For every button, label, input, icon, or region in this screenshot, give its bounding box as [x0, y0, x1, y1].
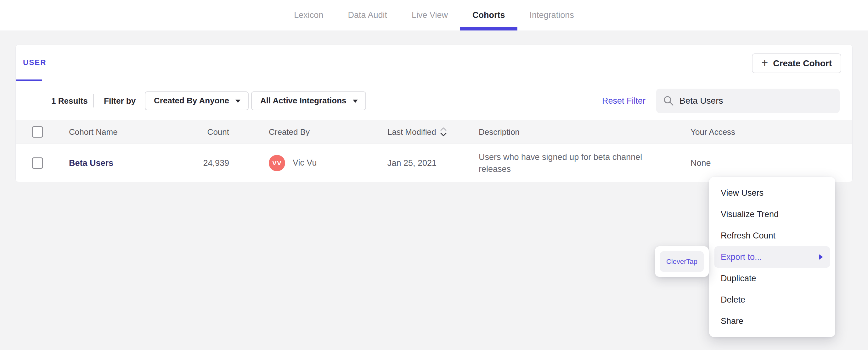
creator-name: Vic Vu — [293, 158, 317, 168]
table-header: Cohort Name Count Created By Last Modifi… — [16, 120, 852, 144]
top-navigation: Lexicon Data Audit Live View Cohorts Int… — [0, 0, 868, 31]
menu-item-export-to[interactable]: Export to... — [714, 246, 830, 268]
chevron-down-icon — [236, 100, 241, 103]
integrations-dropdown-value: All Active Integrations — [260, 96, 346, 106]
tab-data-audit[interactable]: Data Audit — [336, 0, 399, 31]
select-all-checkbox[interactable] — [32, 126, 43, 138]
header-created-by: Created By — [269, 127, 310, 137]
last-modified-date: Jan 25, 2021 — [388, 158, 436, 168]
search-input[interactable] — [680, 96, 833, 106]
header-your-access: Your Access — [690, 127, 735, 137]
menu-item-share[interactable]: Share — [709, 310, 835, 332]
menu-item-duplicate[interactable]: Duplicate — [709, 268, 835, 289]
create-cohort-button[interactable]: + Create Cohort — [752, 54, 841, 73]
tab-user[interactable]: USER — [23, 58, 46, 67]
cohort-name-link[interactable]: Beta Users — [69, 158, 113, 168]
tab-live-view[interactable]: Live View — [399, 0, 460, 31]
header-last-modified-sort[interactable]: Last Modified — [388, 127, 447, 137]
submenu-item-clevertap[interactable]: CleverTap — [660, 251, 704, 272]
results-count: 1 Results — [51, 96, 88, 106]
header-cohort-name: Cohort Name — [69, 127, 118, 137]
tab-lexicon[interactable]: Lexicon — [282, 0, 336, 31]
cohorts-panel: USER + Create Cohort 1 Results Filter by… — [16, 45, 852, 182]
submenu-arrow-icon — [819, 254, 823, 260]
filter-by-label: Filter by — [104, 96, 136, 106]
panel-tab-row: USER + Create Cohort — [16, 45, 852, 81]
header-description: Description — [479, 127, 520, 137]
search-icon — [663, 96, 674, 106]
menu-item-delete[interactable]: Delete — [709, 289, 835, 310]
header-last-modified: Last Modified — [388, 127, 436, 137]
tab-cohorts[interactable]: Cohorts — [460, 0, 518, 31]
row-actions-menu: View Users Visualize Trend Refresh Count… — [709, 177, 835, 337]
filter-row: 1 Results Filter by Created By Anyone Al… — [16, 81, 852, 120]
search-box[interactable] — [656, 89, 840, 113]
export-submenu: CleverTap — [655, 246, 709, 277]
cohort-description: Users who have signed up for beta channe… — [479, 151, 661, 175]
divider — [93, 94, 94, 107]
integrations-dropdown[interactable]: All Active Integrations — [251, 92, 366, 110]
cohort-count: 24,939 — [151, 158, 229, 168]
created-by-dropdown-value: Created By Anyone — [154, 96, 229, 106]
sort-icon — [440, 127, 447, 137]
creator-cell: VV Vic Vu — [269, 155, 317, 171]
chevron-down-icon — [353, 100, 358, 103]
table-row: Beta Users 24,939 VV Vic Vu Jan 25, 2021… — [16, 144, 852, 182]
menu-item-visualize-trend[interactable]: Visualize Trend — [709, 204, 835, 225]
row-checkbox[interactable] — [32, 158, 43, 169]
reset-filter-link[interactable]: Reset Filter — [602, 96, 646, 106]
export-to-label: Export to... — [721, 252, 762, 262]
avatar: VV — [269, 155, 285, 171]
access-value: None — [690, 158, 711, 168]
plus-icon: + — [761, 57, 768, 69]
menu-item-refresh-count[interactable]: Refresh Count — [709, 225, 835, 246]
create-cohort-label: Create Cohort — [773, 59, 832, 69]
tab-integrations[interactable]: Integrations — [518, 0, 586, 31]
created-by-dropdown[interactable]: Created By Anyone — [145, 92, 249, 110]
header-count: Count — [151, 127, 229, 137]
menu-item-view-users[interactable]: View Users — [709, 182, 835, 204]
